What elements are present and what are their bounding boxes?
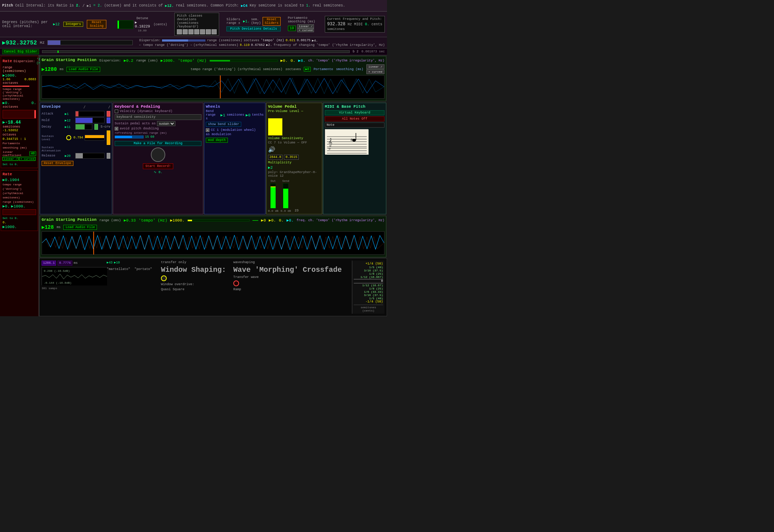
semitones-val: ▶12. [165,4,174,8]
volume-section: Volume Pedal Pre-Volume Level — Volume S… [266,103,322,214]
portamento-val[interactable]: 10 [288,26,296,31]
octave-label: (octave) [104,4,122,8]
avoid-checkbox[interactable] [115,127,118,130]
rate2-tempo-range: tempo range ('dotting') (±rhythmical sem… [3,183,24,199]
rate2-val-0b: 0. [3,221,7,224]
vol-bar-container [268,114,320,136]
grain2-range-label: range (±ms) [99,219,121,222]
rate-val-1000: ▶1000. [3,73,17,78]
pitch-dev2-label: (±semitones /keyboard/) [177,21,217,29]
midi-label: MIDI [354,22,363,26]
cents-label3: cents [371,22,382,26]
env-decay-label: Decay [42,125,63,129]
pitch-big-slider[interactable] [47,40,133,45]
record-circle [151,147,165,162]
env-sustain-atten-row: Sustain Attenuation [42,146,110,152]
hz-unit: Hz [348,22,352,26]
make-file-button[interactable]: Make a File for Recording [115,141,201,146]
vol-bar-1 [268,118,282,136]
env-hold-label: Hold [42,119,63,122]
env-decay-bar[interactable] [75,124,92,130]
rate-disp-label: Dispersion: [13,60,35,63]
reset-sliders-button[interactable]: Reset Sliders [263,17,281,26]
grain1-load-button[interactable]: Load Audio File [67,67,100,72]
grain2-freq-label: freq. ch. 'tempo' ('rhythm irregularity'… [297,219,384,222]
wheels-semi-label: semitones [227,113,244,117]
velocity-checkbox[interactable] [115,110,118,113]
svg-text:#: # [350,138,353,142]
martellato-label: "martellato" [107,267,130,271]
kb-sensitivity-input[interactable]: keyboard sensitivity [115,114,201,120]
grain2-val0c: 0. [279,218,284,223]
svg-rect-0 [42,76,384,98]
integers-button[interactable]: Integers [63,22,83,27]
vol-out-val: 0.0 dB [268,209,278,213]
vol-pre-label: Pre-Volume Level — [268,110,320,113]
grain2-waveform[interactable] [42,231,384,255]
virtual-keyboard-button[interactable]: Virtual Keyboard [325,110,384,115]
rate-title-2: Rate [3,172,12,176]
env-sustain-label: Sustain Level [42,134,63,141]
curved-button[interactable]: × curved [297,28,314,32]
grain1-title: Grain Starting Position [42,58,97,62]
disp-label: Dispersion: [139,39,161,42]
bottom-val-43: ▶43 [107,261,112,265]
rate-val-106: 1.06 [3,78,10,81]
grain1-linear-btn[interactable]: linear / [366,64,384,69]
grain1-curved-btn[interactable]: × curved [366,69,384,74]
pitch-dev-details-button[interactable]: Pitch Deviations Details [226,26,281,31]
kb-tilde-val: ∿ 0. [154,171,162,174]
grain1-ms-val: ▶1280 [42,66,57,72]
svg-text:𝄞: 𝄞 [328,138,332,147]
portato-label: "portato" [135,267,152,271]
rate-port-val[interactable]: 40 [29,151,36,156]
tempo-range-label: ← tempo range ('dotting') → [139,43,192,47]
kb-sustain-select[interactable]: sustain [157,121,175,126]
env-sustain-row: Sustain Level 0.794 [42,130,110,145]
grain1-waveform[interactable] [42,75,384,99]
rate2-val-1000: ▶1000. [11,204,26,209]
sliders-val: ▶1. [243,19,250,23]
grain2-load-button[interactable]: Load Audio File [63,225,97,230]
semitones-label2: semitones [327,27,345,31]
env-hold-bar[interactable] [75,117,105,123]
grain2-val0: ▶0 [261,218,266,223]
grain1-tempo-range: tempo range ('dotting') (±rhythmical sem… [191,68,282,71]
rate-curved-btn[interactable]: × curved [19,157,35,161]
cc1-checkbox[interactable] [206,128,209,132]
mod-depth-button[interactable]: mod depth [206,138,228,143]
env-sustain-bar[interactable] [85,135,105,141]
env-attack-bar[interactable] [75,111,105,117]
linear-button[interactable]: linear / [297,24,314,28]
env-release-row: Release ▶20 [42,153,110,159]
wheels-title: Wheels [206,104,220,109]
all-notes-off-button[interactable]: All Notes Off [325,116,384,121]
reset-scaling-button[interactable]: Reset Scaling [87,20,106,29]
window-circle [161,275,167,281]
cancel-slider-button[interactable]: Cancel Big Slider [2,49,39,54]
reset-envelope-button[interactable]: Reset Envelope [42,161,73,166]
show-bend-button[interactable]: show bend slider [206,122,241,127]
kb-refresh-bar[interactable] [115,136,144,138]
rate-linear-btn[interactable]: linear / [3,157,18,161]
b-val: b 2 [353,50,358,53]
wheels-cc1-row: CC 1 (modulation wheel) [206,128,264,132]
per1-label: / ▶1 [82,4,91,8]
start-record-button[interactable]: Start Record! [143,163,173,169]
grain-section-1: Grain Starting Position Dispersion: ▶0.2… [40,56,386,101]
rate2-range-label: range (±semitones) [3,200,34,203]
grain1-oct-val[interactable]: ▶0 [304,67,311,72]
tempo-hz-label: 'tempo' (Hz) [261,39,284,42]
range-label2: range (±semitones) [207,39,242,42]
env-sustain-indicator [66,135,71,140]
kb-avoid-label: avoid pitch doubling [120,127,159,130]
rate-semi-label: semitones [3,125,20,129]
midi-section: MIDI & Base Pitch Virtual Keyboard All N… [323,103,386,214]
env-release-bar[interactable] [75,153,105,159]
grain1-portamento: Portamento [314,68,333,71]
vol-val-23: 23 [295,209,299,213]
rate-tempo-range-label: tempo range ('dotting') (±rhythmical sem… [3,87,36,100]
env-release-label: Release [42,154,63,158]
grain2-slider-yellow[interactable] [252,220,258,221]
pitch-title: Pitch [2,4,13,8]
